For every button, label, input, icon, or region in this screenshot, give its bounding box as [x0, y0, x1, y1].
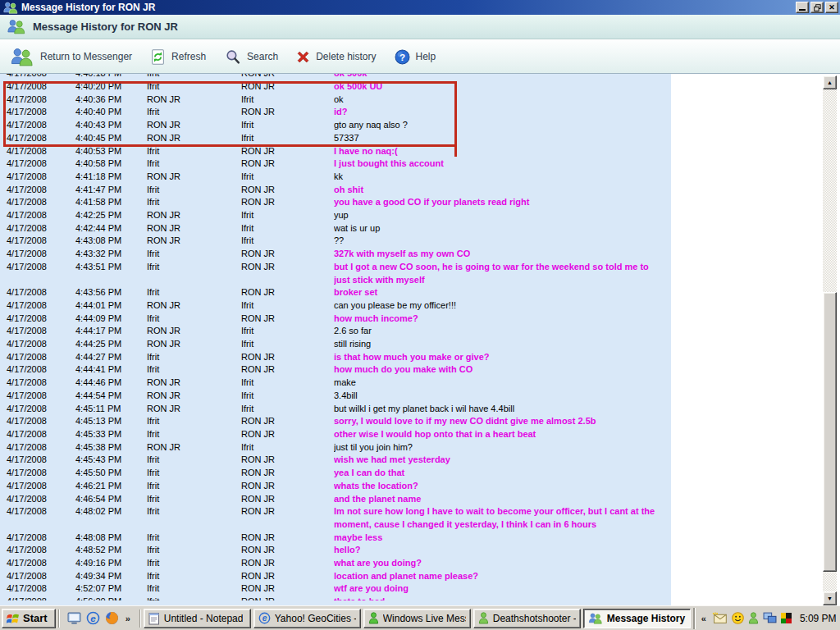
table-row[interactable]: 4/17/20084:42:25 PMRON JRIfrityup — [0, 209, 671, 222]
help-button[interactable]: ? Help — [388, 45, 448, 69]
table-row[interactable]: 4/17/20084:44:41 PMIfritRON JRhow much d… — [0, 363, 671, 377]
scroll-up-button[interactable]: ▲ — [823, 75, 837, 89]
from-cell: RON JR — [147, 119, 241, 132]
show-desktop-icon[interactable] — [67, 611, 81, 625]
table-row[interactable]: 4/17/20084:44:09 PMIfritRON JRhow much i… — [0, 313, 671, 326]
table-row[interactable]: 4/17/20084:43:08 PMRON JRIfrit?? — [0, 235, 671, 248]
message-cell: ok — [334, 94, 671, 107]
table-row[interactable]: 4/17/20084:44:17 PMRON JRIfrit2.6 so far — [0, 325, 671, 338]
from-cell: RON JR — [147, 132, 241, 145]
table-row[interactable]: 4/17/20084:40:18 PMIfritRON JRok 500k — [0, 74, 671, 80]
message-cell: hello? — [334, 544, 671, 557]
to-cell: RON JR — [241, 505, 334, 531]
taskbar-task-button[interactable]: Message History ... — [583, 609, 691, 628]
table-row[interactable]: 4/17/20084:41:18 PMRON JRIfritkk — [0, 171, 671, 184]
to-cell: RON JR — [241, 248, 334, 261]
table-row[interactable]: 4/17/20084:52:07 PMIfritRON JRwtf are yo… — [0, 582, 671, 596]
close-button[interactable]: ✕ — [825, 2, 838, 13]
table-row[interactable]: 4/17/20084:48:02 PMIfritRON JRIm not sur… — [0, 505, 671, 531]
table-row[interactable]: 4/17/20084:40:45 PMRON JRIfrit57337 — [0, 132, 671, 145]
minimize-button[interactable] — [796, 2, 809, 13]
taskbar-task-button[interactable]: Deathshotshooter -... — [473, 609, 581, 628]
search-button[interactable]: Search — [217, 45, 290, 69]
start-button[interactable]: Start — [2, 609, 56, 628]
taskbar-task-button[interactable]: Untitled - Notepad — [144, 609, 251, 628]
table-row[interactable]: 4/17/20084:42:44 PMRON JRIfritwat is ur … — [0, 222, 671, 235]
message-cell: thats to bad... — [334, 596, 671, 600]
table-row[interactable]: 4/17/20084:48:08 PMIfritRON JRmaybe less — [0, 532, 671, 545]
table-row[interactable]: 4/17/20084:45:43 PMIfritRON JRwish we ha… — [0, 454, 671, 467]
from-cell: RON JR — [147, 325, 241, 338]
date-cell: 4/17/2008 — [0, 467, 75, 480]
message-cell: sorry, I would love to if my new CO didn… — [334, 415, 671, 428]
history-rows: 4/17/20084:40:18 PMIfritRON JRok 500k4/1… — [0, 74, 671, 600]
table-row[interactable]: 4/17/20084:49:16 PMIfritRON JRwhat are y… — [0, 557, 671, 570]
from-cell: Ifrit — [147, 196, 241, 209]
to-cell: RON JR — [241, 80, 334, 94]
messenger-icon — [368, 612, 379, 624]
from-cell: Ifrit — [147, 74, 241, 80]
history-content-area: 4/17/20084:40:18 PMIfritRON JRok 500k4/1… — [0, 74, 840, 605]
time-cell: 4:44:27 PM — [75, 351, 147, 364]
firefox-icon[interactable] — [105, 611, 119, 625]
table-row[interactable]: 4/17/20084:41:58 PMIfritRON JRyou have a… — [0, 196, 671, 209]
vertical-scrollbar[interactable]: ▲ ▼ — [823, 75, 837, 605]
table-row[interactable]: 4/17/20084:44:27 PMIfritRON JRis that ho… — [0, 351, 671, 364]
refresh-button[interactable]: Refresh — [144, 45, 217, 69]
table-row[interactable]: 4/17/20084:56:20 PMIfritRON JRthats to b… — [0, 596, 671, 600]
table-row[interactable]: 4/17/20084:43:32 PMIfritRON JR327k with … — [0, 248, 671, 261]
table-row[interactable]: 4/17/20084:45:50 PMIfritRON JRyea I can … — [0, 467, 671, 480]
table-row[interactable]: 4/17/20084:45:13 PMIfritRON JRsorry, I w… — [0, 415, 671, 428]
table-row[interactable]: 4/17/20084:40:53 PMIfritRON JRI have no … — [0, 145, 671, 158]
table-row[interactable]: 4/17/20084:40:40 PMIfritRON JRid? — [0, 106, 671, 119]
table-row[interactable]: 4/17/20084:49:34 PMIfritRON JRlocation a… — [0, 570, 671, 583]
display-settings-icon[interactable] — [781, 613, 792, 623]
taskbar-task-button[interactable]: Windows Live Mess... — [363, 609, 471, 628]
table-row[interactable]: 4/17/20084:44:01 PMRON JRIfritcan you pl… — [0, 299, 671, 313]
table-row[interactable]: 4/17/20084:40:43 PMRON JRIfritgto any na… — [0, 119, 671, 132]
yahoo-messenger-smiley-icon[interactable] — [732, 612, 744, 624]
table-row[interactable]: 4/17/20084:45:11 PMRON JRIfritbut wilkl … — [0, 403, 671, 416]
date-cell: 4/17/2008 — [0, 145, 75, 158]
restore-button[interactable] — [810, 2, 824, 13]
date-cell: 4/17/2008 — [0, 582, 75, 596]
internet-explorer-icon[interactable]: e — [86, 611, 100, 625]
tray-collapse-chevron[interactable]: « — [700, 614, 708, 623]
time-cell: 4:44:17 PM — [75, 325, 147, 338]
buddies-icon — [2, 2, 19, 14]
table-row[interactable]: 4/17/20084:41:47 PMIfritRON JRoh shit — [0, 184, 671, 197]
table-row[interactable]: 4/17/20084:45:33 PMIfritRON JRother wise… — [0, 428, 671, 441]
from-cell: Ifrit — [147, 363, 241, 377]
scrollbar-thumb[interactable] — [823, 292, 837, 572]
table-row[interactable]: 4/17/20084:46:21 PMIfritRON JRwhats the … — [0, 480, 671, 493]
help-icon: ? — [395, 49, 410, 65]
table-row[interactable]: 4/17/20084:40:20 PMIfritRON JRok 500k UU — [0, 80, 671, 94]
network-icon[interactable] — [763, 612, 777, 624]
delete-history-button[interactable]: Delete history — [290, 46, 387, 68]
table-row[interactable]: 4/17/20084:45:38 PMRON JRIfritjust til y… — [0, 441, 671, 454]
scroll-down-button[interactable]: ▼ — [823, 591, 837, 605]
quick-launch-overflow-chevron[interactable]: » — [124, 614, 132, 623]
table-row[interactable]: 4/17/20084:44:54 PMRON JRIfrit3.4bill — [0, 390, 671, 403]
new-mail-icon[interactable] — [712, 612, 728, 624]
return-to-messenger-button[interactable]: Return to Messenger — [3, 43, 144, 71]
taskbar-task-button[interactable]: eYahoo! GeoCities - ... — [253, 609, 361, 628]
from-cell: Ifrit — [147, 480, 241, 493]
table-row[interactable]: 4/17/20084:48:52 PMIfritRON JRhello? — [0, 544, 671, 557]
time-cell: 4:45:13 PM — [75, 415, 147, 428]
buddies-icon — [588, 613, 603, 624]
table-row[interactable]: 4/17/20084:40:36 PMRON JRIfritok — [0, 94, 671, 107]
table-row[interactable]: 4/17/20084:46:54 PMIfritRON JRand the pl… — [0, 493, 671, 506]
message-cell: you have a good CO if your planets read … — [334, 196, 671, 209]
to-cell: Ifrit — [241, 209, 334, 222]
table-row[interactable]: 4/17/20084:44:46 PMRON JRIfritmake — [0, 377, 671, 390]
table-row[interactable]: 4/17/20084:44:25 PMRON JRIfritstill risi… — [0, 338, 671, 351]
table-row[interactable]: 4/17/20084:43:51 PMIfritRON JRbut I got … — [0, 261, 671, 286]
date-cell: 4/17/2008 — [0, 390, 75, 403]
to-cell: RON JR — [241, 582, 334, 596]
table-row[interactable]: 4/17/20084:40:58 PMIfritRON JRI just bou… — [0, 158, 671, 171]
message-cell: ok 500k UU — [334, 80, 671, 94]
table-row[interactable]: 4/17/20084:43:56 PMIfritRON JRbroker set — [0, 286, 671, 299]
date-cell: 4/17/2008 — [0, 209, 75, 222]
messenger-buddy-icon[interactable] — [748, 612, 759, 624]
